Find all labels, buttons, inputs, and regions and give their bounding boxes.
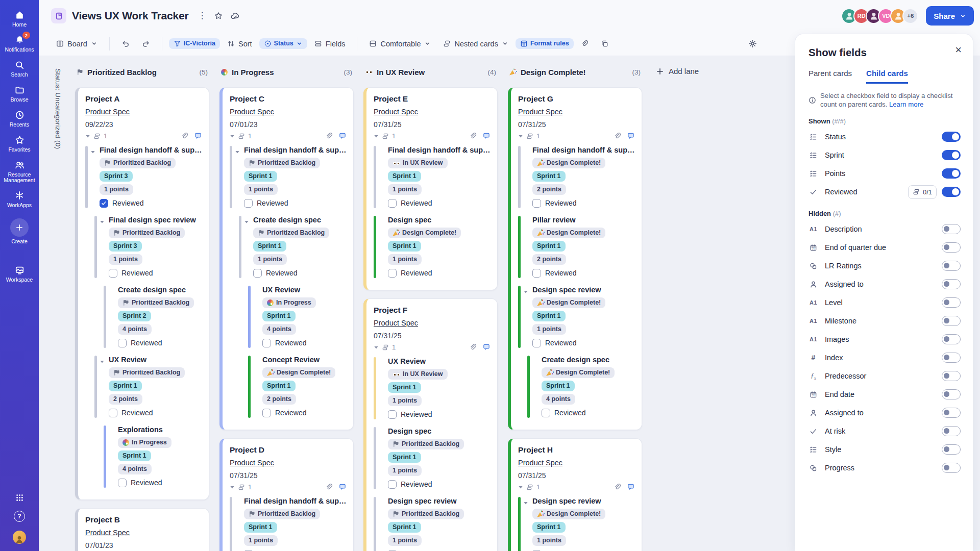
redo-icon-button[interactable] xyxy=(137,36,155,52)
product-spec-link[interactable]: Product Spec xyxy=(518,108,562,116)
product-spec-link[interactable]: Product Spec xyxy=(518,459,562,467)
caret-down-icon[interactable] xyxy=(518,485,523,490)
caret-down-icon[interactable] xyxy=(244,217,249,227)
caret-down-icon[interactable] xyxy=(85,134,90,139)
settings-gear-icon[interactable] xyxy=(745,36,761,52)
undo-icon-button[interactable] xyxy=(116,36,135,52)
tab-child-cards[interactable]: Child cards xyxy=(866,69,908,84)
card-project-c[interactable]: Project CProduct Spec07/01/231Final desi… xyxy=(219,87,354,430)
paperclip-icon[interactable] xyxy=(469,343,477,351)
reviewed-checkbox[interactable] xyxy=(532,339,541,347)
field-toggle[interactable] xyxy=(942,353,961,363)
paperclip-icon-button[interactable] xyxy=(576,36,594,51)
paperclip-icon[interactable] xyxy=(181,132,188,140)
share-button[interactable]: Share xyxy=(926,6,974,26)
sidebar-item-browse[interactable]: Browse xyxy=(0,81,40,106)
avatar-overflow[interactable]: +6 xyxy=(902,8,918,24)
sidebar-item-search[interactable]: Search xyxy=(0,56,40,81)
reviewed-checkbox[interactable] xyxy=(388,410,397,419)
sub-card[interactable]: Design spec reviewDesign Complete!Sprint… xyxy=(518,496,635,551)
comment-icon[interactable] xyxy=(627,132,635,140)
sub-card[interactable]: Create design specPrioritized BacklogSpr… xyxy=(85,285,202,348)
card-project-f[interactable]: Project FProduct Spec07/31/251UX ReviewI… xyxy=(363,298,498,551)
reviewed-checkbox[interactable] xyxy=(388,480,397,489)
field-toggle[interactable] xyxy=(942,316,961,326)
apps-grid-icon[interactable] xyxy=(15,493,24,502)
sub-card[interactable]: Final design spec reviewPrioritized Back… xyxy=(85,215,202,279)
sub-card[interactable]: Design spec reviewPrioritized BacklogSpr… xyxy=(374,496,491,551)
paperclip-icon[interactable] xyxy=(469,132,477,140)
field-toggle[interactable] xyxy=(942,279,961,289)
user-avatar[interactable] xyxy=(13,531,26,544)
close-icon[interactable]: × xyxy=(955,44,962,56)
comment-icon[interactable] xyxy=(338,132,347,140)
caret-down-icon[interactable] xyxy=(374,134,379,139)
reviewed-checkbox[interactable] xyxy=(118,339,127,347)
reviewed-checkbox[interactable] xyxy=(262,409,271,417)
product-spec-link[interactable]: Product Spec xyxy=(85,108,130,116)
sort-button[interactable]: Sort xyxy=(222,36,257,52)
caret-down-icon[interactable] xyxy=(90,147,95,157)
sub-card[interactable]: ExplorationsIn ProgressSprint 14 pointsR… xyxy=(85,425,202,488)
sidebar-item-workapps[interactable]: WorkApps xyxy=(0,187,40,212)
comment-icon[interactable] xyxy=(482,132,491,140)
sub-card[interactable]: Final design handoff & sup…In UX ReviewS… xyxy=(374,145,491,209)
copy-cards-icon-button[interactable] xyxy=(596,36,614,51)
comment-icon[interactable] xyxy=(482,343,491,351)
fields-button[interactable]: Fields xyxy=(309,36,351,52)
card-project-h[interactable]: Project HProduct Spec07/31/251Design spe… xyxy=(508,438,642,551)
sub-card[interactable]: Create design specPrioritized BacklogSpr… xyxy=(230,215,347,279)
create-button[interactable]: Create xyxy=(0,215,40,248)
reviewed-checkbox[interactable] xyxy=(262,339,271,347)
field-toggle[interactable] xyxy=(942,389,961,399)
paperclip-icon[interactable] xyxy=(325,483,333,491)
sub-card[interactable]: UX ReviewPrioritized BacklogSprint 12 po… xyxy=(85,355,202,418)
sidebar-item-workspace[interactable]: Workspace xyxy=(0,261,40,286)
sidebar-item-favorites[interactable]: Favorites xyxy=(0,131,40,156)
comment-icon[interactable] xyxy=(194,132,202,140)
reviewed-checkbox[interactable] xyxy=(109,409,117,417)
reviewed-checkbox[interactable] xyxy=(244,199,253,208)
card-project-b[interactable]: Project BProduct Spec07/01/231Final desi… xyxy=(75,508,209,551)
sidebar-item-resource-management[interactable]: Resource Management xyxy=(0,156,40,187)
sidebar-item-notifications[interactable]: 2Notifications xyxy=(0,31,40,56)
learn-more-link[interactable]: Learn more xyxy=(889,101,923,108)
sub-card[interactable]: Final design handoff & sup…Prioritized B… xyxy=(85,145,202,209)
sub-card[interactable]: Pillar reviewDesign Complete!Sprint 12 p… xyxy=(518,215,635,279)
sub-card[interactable]: Create design specDesign Complete!Sprint… xyxy=(518,355,635,418)
comment-icon[interactable] xyxy=(338,483,347,491)
field-toggle[interactable] xyxy=(942,132,961,142)
field-toggle[interactable] xyxy=(942,463,961,473)
sub-card[interactable]: Final design handoff & sup…Prioritized B… xyxy=(230,145,347,209)
comment-icon[interactable] xyxy=(627,483,635,491)
help-icon[interactable]: ? xyxy=(14,511,25,522)
sub-card[interactable]: Design spec reviewDesign Complete!Sprint… xyxy=(518,285,635,348)
field-toggle[interactable] xyxy=(942,242,961,253)
sub-card[interactable]: Concept ReviewDesign Complete!Sprint 12 … xyxy=(230,355,347,418)
ic-victoria-button[interactable]: IC-Victoria xyxy=(169,38,220,49)
caret-down-icon[interactable] xyxy=(523,287,528,296)
field-toggle[interactable] xyxy=(942,426,961,436)
sub-card[interactable]: UX ReviewIn ProgressSprint 14 pointsRevi… xyxy=(230,285,347,348)
sub-card[interactable]: Design specDesign Complete!Sprint 11 poi… xyxy=(374,215,491,279)
caret-down-icon[interactable] xyxy=(518,134,523,139)
status-button[interactable]: Status xyxy=(259,38,307,49)
card-project-d[interactable]: Project DProduct Spec07/31/251Final desi… xyxy=(219,438,354,551)
format-rules-button[interactable]: Format rules xyxy=(516,38,574,49)
add-lane-button[interactable]: Add lane xyxy=(656,67,699,76)
reviewed-checkbox[interactable] xyxy=(532,199,541,208)
field-toggle[interactable] xyxy=(942,187,961,197)
product-spec-link[interactable]: Product Spec xyxy=(230,459,274,467)
caret-down-icon[interactable] xyxy=(230,485,235,490)
field-toggle[interactable] xyxy=(942,150,961,160)
reviewed-checkbox[interactable] xyxy=(100,199,108,208)
reviewed-checkbox[interactable] xyxy=(388,269,397,278)
nested-cards-button[interactable]: Nested cards xyxy=(438,36,513,52)
card-project-e[interactable]: Project EProduct Spec07/31/251Final desi… xyxy=(363,87,498,290)
collapsed-lane-uncategorized[interactable]: Status: Uncategorized (0) xyxy=(54,68,62,149)
field-toggle[interactable] xyxy=(942,168,961,179)
caret-down-icon[interactable] xyxy=(235,147,240,157)
field-toggle[interactable] xyxy=(942,297,961,308)
tab-parent-cards[interactable]: Parent cards xyxy=(808,69,852,84)
paperclip-icon[interactable] xyxy=(614,483,621,491)
